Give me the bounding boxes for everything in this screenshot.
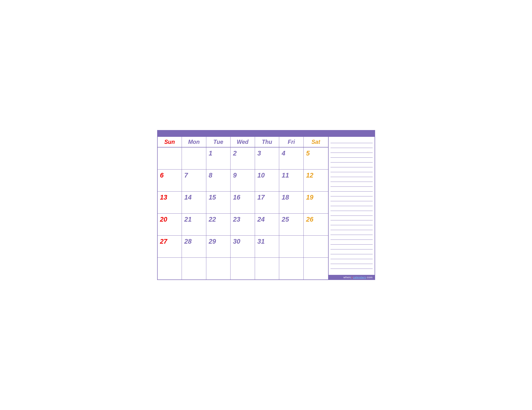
day-cell: 12 <box>304 170 328 191</box>
day-num-17: 17 <box>257 193 265 201</box>
day-num-29: 29 <box>209 238 216 245</box>
day-num-22: 22 <box>209 216 216 223</box>
day-cell: 28 <box>182 236 206 257</box>
day-cell: 9 <box>230 170 255 191</box>
day-num-21: 21 <box>184 216 191 223</box>
notes-header <box>329 131 375 137</box>
day-cell: 29 <box>206 236 231 257</box>
week-row-3: 13141516171819 <box>158 191 328 214</box>
day-cell <box>255 258 279 279</box>
notes-line <box>331 177 373 182</box>
day-cell: 17 <box>255 191 279 213</box>
day-num-16: 16 <box>233 193 240 201</box>
notes-line <box>331 196 373 201</box>
day-num-7: 7 <box>184 172 188 179</box>
day-num-1: 1 <box>209 149 212 157</box>
calendar-grid: SunMonTueWedThuFriSat 123456789101112131… <box>158 137 328 279</box>
notes-line <box>331 172 373 177</box>
day-cell <box>182 147 206 169</box>
calendar-main: SunMonTueWedThuFriSat 123456789101112131… <box>158 131 329 279</box>
day-header-wed: Wed <box>230 137 255 147</box>
day-num-4: 4 <box>282 149 285 157</box>
notes-lines <box>329 137 375 275</box>
notes-line <box>331 158 373 162</box>
day-header-sat: Sat <box>304 137 328 147</box>
notes-line <box>331 206 373 211</box>
day-num-11: 11 <box>282 172 289 179</box>
day-cell: 23 <box>230 214 255 235</box>
day-cell: 6 <box>158 170 182 191</box>
day-cell <box>158 258 182 279</box>
day-cell <box>279 258 304 279</box>
notes-line <box>331 153 373 158</box>
notes-line <box>331 220 373 225</box>
day-num-6: 6 <box>160 172 164 179</box>
day-cell: 18 <box>279 191 304 213</box>
notes-line <box>331 162 373 167</box>
notes-line <box>331 245 373 249</box>
notes-line <box>331 182 373 187</box>
notes-footer: wheniscalendars.com <box>329 275 375 279</box>
day-num-14: 14 <box>184 193 191 201</box>
notes-line <box>331 254 373 259</box>
day-cell: 19 <box>304 191 328 213</box>
day-cell <box>304 258 328 279</box>
day-headers-row: SunMonTueWedThuFriSat <box>158 137 328 147</box>
day-cell: 24 <box>255 214 279 235</box>
notes-line <box>331 143 373 148</box>
notes-line <box>331 230 373 235</box>
footer-com: com <box>367 276 372 279</box>
footer-w: when <box>343 276 351 279</box>
notes-line <box>331 167 373 172</box>
day-num-24: 24 <box>257 216 265 223</box>
calendar-header <box>158 131 328 137</box>
day-cell: 11 <box>279 170 304 191</box>
day-header-sun: Sun <box>158 137 182 147</box>
day-cell <box>182 258 206 279</box>
day-cell <box>230 258 255 279</box>
day-header-fri: Fri <box>279 137 304 147</box>
day-num-31: 31 <box>257 238 265 245</box>
notes-line <box>331 259 373 264</box>
day-num-5: 5 <box>306 149 310 157</box>
notes-line <box>331 148 373 153</box>
day-cell <box>206 258 231 279</box>
day-cell: 30 <box>230 236 255 257</box>
notes-line <box>331 211 373 216</box>
notes-line <box>331 138 373 143</box>
day-num-18: 18 <box>282 193 289 201</box>
notes-line <box>331 191 373 196</box>
day-header-mon: Mon <box>182 137 206 147</box>
day-cell: 16 <box>230 191 255 213</box>
notes-line <box>331 235 373 240</box>
day-num-15: 15 <box>209 193 216 201</box>
day-num-9: 9 <box>233 172 237 179</box>
day-cell: 7 <box>182 170 206 191</box>
notes-line <box>331 201 373 206</box>
day-header-thu: Thu <box>255 137 279 147</box>
notes-line <box>331 225 373 230</box>
day-cell: 8 <box>206 170 231 191</box>
notes-line <box>331 216 373 221</box>
day-cell: 2 <box>230 147 255 169</box>
notes-line <box>331 187 373 191</box>
day-cell: 15 <box>206 191 231 213</box>
day-header-tue: Tue <box>206 137 231 147</box>
day-cell: 3 <box>255 147 279 169</box>
day-num-27: 27 <box>160 238 167 245</box>
day-cell: 1 <box>206 147 231 169</box>
day-cell: 4 <box>279 147 304 169</box>
day-num-23: 23 <box>233 216 240 223</box>
day-cell <box>158 147 182 169</box>
notes-panel: wheniscalendars.com <box>329 131 375 279</box>
day-num-26: 26 <box>306 216 313 223</box>
day-num-28: 28 <box>184 238 191 245</box>
week-row-1: 12345 <box>158 147 328 170</box>
calendar-container: SunMonTueWedThuFriSat 123456789101112131… <box>157 130 375 280</box>
day-cell: 20 <box>158 214 182 235</box>
day-num-20: 20 <box>160 216 167 223</box>
day-num-25: 25 <box>282 216 289 223</box>
day-cell: 27 <box>158 236 182 257</box>
day-cell <box>279 236 304 257</box>
day-num-10: 10 <box>257 172 265 179</box>
